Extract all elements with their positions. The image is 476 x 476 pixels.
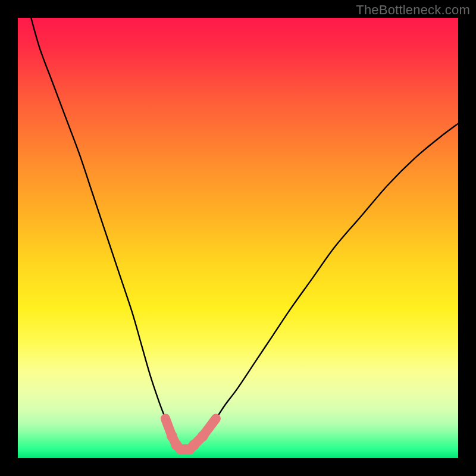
curve-line [31, 18, 458, 450]
plot-background [18, 18, 458, 458]
chart-frame: TheBottleneck.com [0, 0, 476, 476]
marker-dot [161, 414, 170, 422]
plot-svg [18, 18, 458, 458]
watermark-text: TheBottleneck.com [356, 2, 470, 18]
marker-dot [189, 440, 199, 450]
marker-dot [198, 431, 208, 441]
bottleneck-curve [31, 18, 458, 450]
marker-dot [212, 414, 220, 422]
highlight-markers [161, 414, 220, 455]
